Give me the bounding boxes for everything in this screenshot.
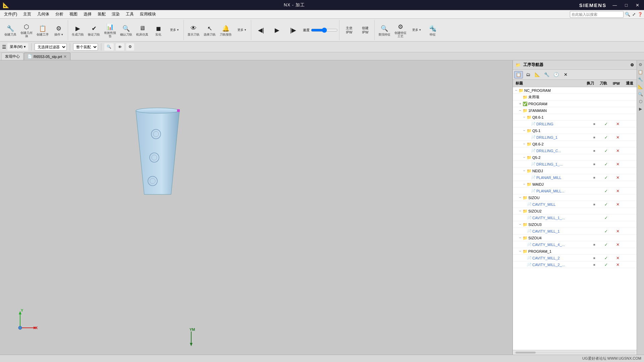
menu-assembly[interactable]: 装配 <box>95 11 108 18</box>
toggle-q861[interactable]: − <box>522 115 526 119</box>
tree-row[interactable]: + ✅ PROGRAM <box>513 101 637 107</box>
toggle-sizou4[interactable]: − <box>518 236 522 240</box>
menu-view[interactable]: 视图 <box>67 11 80 18</box>
tree-row[interactable]: − 📁 NC_PROGRAM <box>513 87 637 94</box>
toggle-program1[interactable]: − <box>518 249 522 253</box>
maximize-btn[interactable]: □ <box>623 2 630 8</box>
tree-row[interactable]: 📄 CAVITY_MILL_1 ✓ ✕ <box>513 228 637 235</box>
confirm-toolpath-btn[interactable]: 🔍 确认刀轨 <box>118 22 134 39</box>
machine-sim-btn[interactable]: 🖥 机床仿真 <box>135 22 150 39</box>
more1-btn[interactable]: 更多 ▾ <box>167 22 182 39</box>
tree-scrollbar[interactable] <box>513 350 637 355</box>
rs-icon-4[interactable]: 📐 <box>638 84 644 90</box>
close-btn[interactable]: ✕ <box>634 2 641 8</box>
tab-close-btn[interactable]: ✕ <box>63 54 67 59</box>
rs-icon-6[interactable]: ⬡ <box>638 99 644 105</box>
verify-toolpath-btn[interactable]: ✔ 验证刀轨 <box>86 22 102 39</box>
minimize-btn[interactable]: — <box>610 2 619 8</box>
tree-row[interactable]: 📄 CAVITY_MILL_1_... ✓ <box>513 215 637 221</box>
select-toolpath-btn[interactable]: ↖ 选择刀轨 <box>202 22 217 39</box>
t2-settings-btn[interactable]: ⚙ <box>126 43 134 51</box>
rp-geometry-view-btn[interactable]: 📐 <box>533 71 542 78</box>
more3-btn[interactable]: 更多 ▾ <box>409 22 424 39</box>
prev-btn[interactable]: ◀| <box>253 22 269 39</box>
show-toolpath-btn[interactable]: 👁 显示刀轨 <box>186 22 201 39</box>
toggle-sizou[interactable]: − <box>518 196 522 200</box>
speed-slider[interactable] <box>311 27 338 33</box>
play-btn[interactable]: ▶ <box>269 22 285 39</box>
rs-icon-1[interactable]: ⚙ <box>638 62 644 68</box>
menu-select[interactable]: 选择 <box>81 11 94 18</box>
rs-icon-5[interactable]: 🔍 <box>638 91 644 97</box>
tree-row[interactable]: − 📁 Q5-1 <box>513 127 637 134</box>
rp-settings-icon[interactable]: ⚙ <box>630 63 634 67</box>
tree-row[interactable]: 📄 DRILLING ■ ✓ ✕ <box>513 121 637 127</box>
tree-row[interactable]: − 📁 SIZOU <box>513 194 637 201</box>
filter-select[interactable]: 无选择过滤器 <box>35 43 67 51</box>
more2-btn[interactable]: 更多 ▾ <box>234 22 250 39</box>
tree-row[interactable]: 📄 CAVITY_MILL_4_... ■ ✓ ✕ <box>513 241 637 248</box>
tree-row[interactable]: − 📁 NEIDJ <box>513 168 637 174</box>
tree-row[interactable]: 📄 CAVITY_MILL ■ ✓ ✕ <box>513 201 637 208</box>
rp-machine-view-btn[interactable]: 🗂 <box>524 71 532 78</box>
assembly-select[interactable]: 整个装配 <box>73 43 98 51</box>
rp-program-view-btn[interactable]: 📋 <box>514 71 523 78</box>
generate-toolpath-btn[interactable]: ▶ 生成刀轨 <box>70 22 86 39</box>
tab-discovery[interactable]: 发现中心 <box>1 53 23 60</box>
rs-icon-2[interactable]: 📋 <box>638 69 644 75</box>
feature-more-btn[interactable]: 🔩 特征 <box>425 22 440 39</box>
tree-row[interactable]: − 📁 1FANMIAN <box>513 107 637 114</box>
menu-render[interactable]: 渲染 <box>109 11 122 18</box>
tree-row[interactable]: − 📁 SIZOU4 <box>513 235 637 241</box>
toggle-1fanmian[interactable]: − <box>518 109 522 113</box>
toggle-sizou2[interactable]: − <box>518 209 522 213</box>
t2-search-btn[interactable]: 🔍 <box>104 43 114 51</box>
tree-row[interactable]: − 📁 Q5-2 <box>513 154 637 161</box>
menu-btn[interactable]: 菜单(M) ▾ <box>7 43 28 51</box>
rs-icon-3[interactable]: 🔧 <box>638 76 644 82</box>
menu-tools[interactable]: 工具 <box>123 11 137 18</box>
search-icon[interactable]: 🔍 <box>625 12 630 17</box>
menu-file[interactable]: 文件(F) <box>1 11 20 18</box>
rp-time-view-btn[interactable]: 🕐 <box>552 71 560 78</box>
tree-row[interactable]: − 📁 SIZOU2 <box>513 208 637 215</box>
tree-row[interactable]: 📄 PLANAR_MILL... ✓ ✕ <box>513 188 637 194</box>
toggle-nc-program[interactable]: − <box>514 88 518 93</box>
create-operation-btn[interactable]: 📋 创建工序 <box>35 22 50 39</box>
rs-icon-7[interactable]: ▶ <box>638 106 644 112</box>
menu-geometry[interactable]: 几何体 <box>35 11 52 18</box>
tree-row[interactable]: − 📁 Q8.6-2 <box>513 141 637 147</box>
tree-row[interactable]: 📄 CAVITY_MILL_2_... ■ ✓ ✕ <box>513 261 637 268</box>
tree-row[interactable]: 📄 CAVITY_MILL_2 ■ ✓ ✕ <box>513 255 637 261</box>
toolpath-report-btn[interactable]: 🔔 刀轨报告 <box>218 22 233 39</box>
toggle-q51[interactable]: − <box>522 129 526 133</box>
tree-row[interactable]: − 📁 PROGRAM_1 <box>513 248 637 255</box>
t2-view-btn[interactable]: 👁 <box>116 43 124 51</box>
main-ipw-btn[interactable]: 主坐IPW <box>341 22 357 39</box>
toggle-q52[interactable]: − <box>522 156 526 160</box>
tree-row[interactable]: 📄 DRILLING_C... ■ ✓ ✕ <box>513 147 637 154</box>
create-tool-btn[interactable]: 🔧 创建刀具 <box>3 22 18 39</box>
fullscreen-btn[interactable]: ⤢ <box>632 12 636 17</box>
menu-analysis[interactable]: 分析 <box>53 11 66 18</box>
validity-report-btn[interactable]: 📊 有效性报告 <box>102 21 118 39</box>
tab-main-file[interactable]: 📄 R6553-05_stp.prt ✕ <box>24 53 70 60</box>
tree-row[interactable]: 📄 DRILLING_1 ■ ✓ ✕ <box>513 134 637 141</box>
next-btn[interactable]: |▶ <box>285 22 301 39</box>
toggle-waidj[interactable]: − <box>522 182 526 186</box>
tree-row[interactable]: 📁 未用项 <box>513 94 637 101</box>
rp-close-btn[interactable]: ✕ <box>561 71 570 78</box>
tree-row[interactable]: − 📁 SIZOU3 <box>513 221 637 228</box>
toggle-sizou3[interactable]: − <box>518 223 522 227</box>
tree-container[interactable]: − 📁 NC_PROGRAM 📁 未用项 <box>513 87 637 350</box>
toggle-neidj[interactable]: − <box>522 169 526 173</box>
create-geometry-btn[interactable]: ⬡ 创建几何体 <box>19 21 34 39</box>
operation-btn[interactable]: ⚙ 操作 ▾ <box>51 22 66 39</box>
menu-home[interactable]: 主页 <box>20 11 34 18</box>
help-btn[interactable]: ❓ <box>638 12 643 17</box>
search-input[interactable] <box>570 11 624 18</box>
solid-btn[interactable]: ◼ 实化 <box>151 22 166 39</box>
menu-apps[interactable]: 应用模块 <box>137 11 159 18</box>
toggle-program[interactable]: + <box>518 102 522 106</box>
tree-row[interactable]: 📄 DRILLING_1_... ■ ✓ ✕ <box>513 161 637 168</box>
